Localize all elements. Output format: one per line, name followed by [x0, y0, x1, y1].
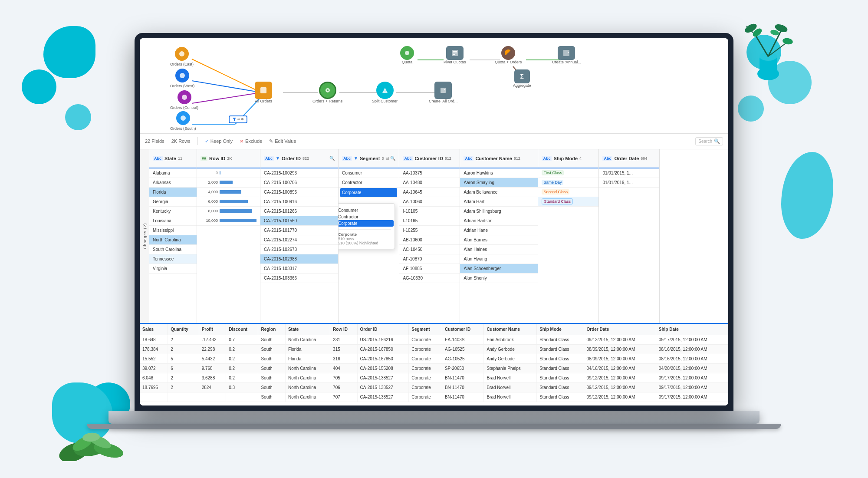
list-item: CA-2015-100293 — [260, 168, 338, 178]
segment-consumer[interactable]: Consumer — [339, 207, 391, 214]
decorative-blob-1 — [43, 26, 95, 78]
data-table: Sales Quantity Profit Discount Region St… — [140, 324, 728, 402]
flow-node-aggregate[interactable]: Σ Aggregate — [513, 69, 531, 88]
table-row[interactable]: 39.07269.7680.2SouthNorth Carolina404CA-… — [140, 364, 728, 373]
list-item: I-10105 — [399, 207, 460, 216]
list-item: 2,000 — [197, 178, 260, 188]
column-segment: Abc ▼ Segment 3 ⊟ 🔍 Consumer Contractor — [339, 149, 399, 323]
col-header-row-id: ## Row ID 2K — [197, 149, 260, 168]
toolbar: 22 Fields 2K Rows ✓ Keep Only ✕ Exclude … — [140, 134, 728, 149]
svg-point-31 — [180, 73, 185, 78]
th-quantity: Quantity — [168, 324, 199, 335]
list-item: 01/01/2015, 1... — [599, 168, 659, 178]
list-item: Tennessee — [149, 254, 197, 264]
decorative-blob-3 — [65, 104, 91, 130]
laptop-screen: Orders (East) Orders (West) — [135, 33, 733, 411]
svg-point-41 — [405, 51, 409, 55]
table-row[interactable]: SouthNorth Carolina707CA-2015-138527Corp… — [140, 392, 728, 402]
list-item: Florida — [149, 188, 197, 197]
segment-corporate[interactable]: Corporate — [339, 220, 394, 227]
th-segment: Segment — [409, 324, 442, 335]
col-header-order-date: Abc Order Date 604 — [599, 149, 659, 168]
flow-node-quota-orders[interactable]: Quota + Orders — [495, 46, 522, 64]
flow-node-quota[interactable]: Quota — [400, 46, 414, 64]
col-search-icon[interactable]: 🔍 — [390, 156, 395, 161]
col-filter-icon[interactable]: ⊟ — [385, 156, 389, 161]
search-icon[interactable]: 🔍 — [714, 138, 720, 144]
table-row[interactable]: 18.6482-12.4320.7SouthNorth Carolina231U… — [140, 335, 728, 345]
edit-value-button[interactable]: ✎ Edit Value — [269, 138, 296, 144]
svg-point-32 — [182, 95, 187, 100]
flow-node-split-customer[interactable]: Split Customer — [372, 82, 398, 103]
svg-line-9 — [755, 35, 768, 56]
th-customer-name: Customer Name — [484, 324, 537, 335]
flow-node-orders-east[interactable]: Orders (East) — [170, 47, 194, 66]
screen-content: Orders (East) Orders (West) — [140, 38, 728, 405]
changes-sidebar: Changes (2) — [140, 149, 149, 323]
table-row[interactable]: 178.384222.2980.2SouthFlorida315CA-2015-… — [140, 345, 728, 354]
list-item: Alan Barnes — [460, 235, 538, 245]
col-header-segment: Abc ▼ Segment 3 ⊟ 🔍 — [339, 149, 399, 168]
list-item: CA-2015-100706 — [260, 178, 338, 188]
flow-node-pivot-quotas[interactable]: Pivot Quotas — [444, 46, 466, 64]
table-row[interactable]: 6.04823.62880.2SouthNorth Carolina705CA-… — [140, 373, 728, 383]
list-item: Mississippi — [149, 226, 197, 235]
exclude-button[interactable]: ✕ Exclude — [240, 138, 262, 144]
flow-node-orders-returns[interactable]: Orders + Returns — [312, 82, 342, 103]
column-order-date: Abc Order Date 604 01/01/2015, 1... 01/0… — [599, 149, 660, 323]
search-box: Search 🔍 — [695, 137, 723, 145]
col-header-order-id: Abc ▼ Order ID 822 🔍 — [260, 149, 338, 168]
list-item: Standard Class — [538, 197, 598, 207]
list-item: AA-10375 — [399, 168, 460, 178]
list-item: I-10255 — [399, 226, 460, 235]
svg-marker-38 — [382, 88, 388, 93]
svg-marker-34 — [233, 118, 236, 121]
list-item: AC-10450 — [399, 245, 460, 254]
plant-decoration-tr — [742, 22, 794, 89]
laptop-foot — [87, 424, 781, 429]
th-discount: Discount — [226, 324, 258, 335]
list-item: AA-10060 — [399, 197, 460, 207]
svg-point-30 — [179, 51, 184, 56]
col-search-icon[interactable]: 🔍 — [329, 156, 335, 161]
svg-point-33 — [181, 115, 186, 121]
flow-node-orders-central[interactable]: Orders (Central) — [170, 90, 198, 110]
th-ship-mode: Ship Mode — [537, 324, 584, 335]
svg-point-15 — [782, 37, 793, 45]
flow-canvas: Orders (East) Orders (West) — [148, 43, 720, 129]
th-sales: Sales — [140, 324, 168, 335]
list-item: CA-2015-103317 — [260, 264, 338, 274]
flow-node-orders-south[interactable]: Orders (South) — [170, 111, 196, 131]
col-body-customer-id: AA-10375 AA-10480 AA-10645 AA-10060 I-10… — [399, 168, 460, 323]
th-region: Region — [258, 324, 285, 335]
flow-node-all-orders[interactable]: All Orders — [255, 82, 272, 103]
col-body-ship-mode: First Class Same Day Second Class Standa… — [538, 168, 598, 323]
flow-node-orders-west[interactable]: Orders (West) — [170, 69, 194, 88]
filter-icon: ▼ — [276, 156, 280, 161]
list-item: Alan Schoenberger — [460, 264, 538, 274]
keep-only-button[interactable]: ✓ Keep Only — [205, 138, 233, 144]
data-section: Changes (2) Abc State 11 Alabama Arkansa… — [140, 149, 728, 323]
col-body-segment: Consumer Contractor Corporate Consumer C… — [339, 168, 399, 323]
column-row-id: ## Row ID 2K 0 2,000 4,000 6,000 8,000 1… — [197, 149, 260, 323]
flow-filter-south[interactable]: ∞ ⊕ — [229, 115, 247, 123]
svg-rect-45 — [453, 54, 455, 55]
col-header-customer-id: Abc Customer ID 512 — [399, 149, 460, 168]
list-item: Contractor — [339, 178, 399, 188]
svg-line-19 — [192, 81, 261, 92]
laptop-base — [108, 411, 760, 424]
list-item: Virginia — [149, 264, 197, 274]
list-item: Alabama — [149, 168, 197, 178]
list-item: Adam Hart — [460, 197, 538, 207]
flow-node-create-annual[interactable]: Create 'Annual... — [552, 46, 581, 64]
segment-contractor[interactable]: Contractor — [339, 214, 391, 220]
table-row[interactable]: 15.55255.44320.2SouthFlorida316CA-2015-1… — [140, 354, 728, 364]
flow-node-create-all-ord[interactable]: Create 'All Ord... — [429, 82, 457, 103]
table-row[interactable]: 18.7695228240.3SouthNorth Carolina706CA-… — [140, 383, 728, 392]
list-item: CA-2015-101266 — [260, 207, 338, 216]
th-state: State — [285, 324, 330, 335]
list-item: Kentucky — [149, 207, 197, 216]
list-item: CA-2015-102274 — [260, 235, 338, 245]
list-item: Same Day — [538, 178, 598, 188]
th-row-id: Row ID — [330, 324, 357, 335]
